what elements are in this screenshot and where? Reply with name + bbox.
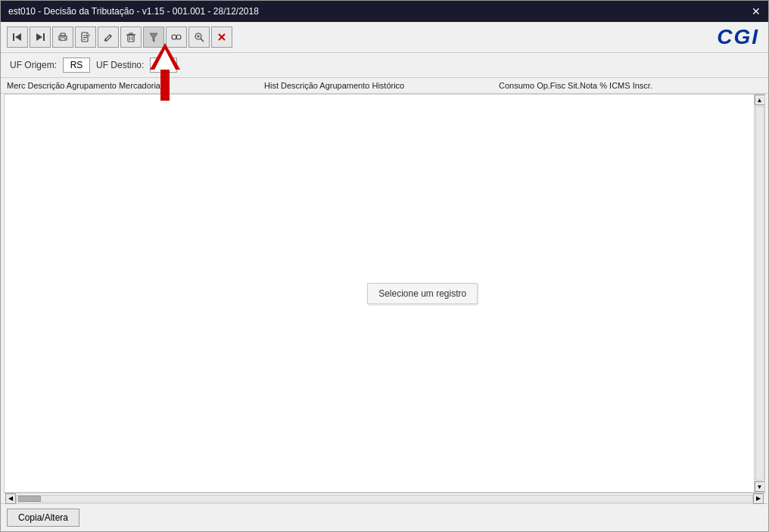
right-arrow-icon: ▶	[756, 495, 761, 502]
vertical-scrollbar[interactable]: ▲ ▼	[754, 95, 764, 492]
svg-point-21	[172, 35, 176, 39]
delete-button[interactable]	[120, 26, 142, 48]
left-arrow-icon: ◀	[8, 495, 13, 502]
scroll-left-button[interactable]: ◀	[5, 493, 16, 504]
scroll-up-button[interactable]: ▲	[755, 95, 765, 105]
last-icon	[35, 32, 45, 42]
col-merc-header: Merc Descrição Agrupamento Mercadoria	[7, 81, 264, 90]
uf-origem-input[interactable]	[63, 58, 90, 73]
col-hist-header: Hist Descrição Agrupamento Histórico	[264, 81, 499, 90]
title-bar: est010 - Decisão da Tributação - v1.15 -…	[1, 1, 768, 22]
footer: Copia/Altera	[1, 503, 768, 531]
print-icon	[58, 32, 68, 42]
svg-rect-2	[43, 33, 45, 41]
svg-marker-1	[15, 33, 21, 41]
cancel-icon	[216, 32, 227, 42]
svg-point-22	[176, 35, 181, 39]
cancel-button[interactable]	[211, 26, 232, 48]
filter-button[interactable]	[143, 26, 164, 48]
svg-line-25	[201, 39, 204, 42]
print-button[interactable]	[52, 26, 73, 48]
copia-altera-button[interactable]: Copia/Altera	[7, 509, 79, 527]
first-icon	[12, 32, 23, 42]
scroll-right-button[interactable]: ▶	[753, 493, 764, 504]
binoculars-icon	[171, 32, 182, 42]
cgi-logo: CGI	[717, 25, 759, 49]
uf-origem-label: UF Origem:	[10, 60, 57, 70]
horizontal-scroll-track[interactable]	[16, 495, 753, 502]
uf-destino-label: UF Destino:	[96, 60, 144, 70]
svg-marker-11	[87, 33, 90, 36]
edit-button[interactable]	[98, 26, 119, 48]
col-consumo-header: Consumo Op.Fisc Sit.Nota % ICMS Inscr.	[499, 81, 762, 90]
down-arrow-icon: ▼	[757, 484, 763, 490]
scroll-down-button[interactable]: ▼	[755, 481, 765, 492]
svg-marker-3	[36, 33, 42, 41]
svg-rect-15	[128, 35, 134, 42]
svg-line-12	[110, 35, 111, 36]
toolbar-wrapper: CGI	[1, 22, 768, 53]
delete-icon	[126, 32, 136, 42]
svg-rect-0	[13, 33, 14, 41]
window-close-button[interactable]: ✕	[752, 5, 761, 17]
horizontal-scroll-thumb[interactable]	[18, 496, 41, 502]
content-area: Selecione um registro	[5, 95, 764, 492]
new-icon	[80, 32, 91, 42]
last-record-button[interactable]	[30, 26, 51, 48]
column-header: Merc Descrição Agrupamento Mercadoria Hi…	[1, 78, 768, 94]
svg-rect-6	[61, 38, 65, 40]
content-with-scroll: Selecione um registro ▲ ▼	[4, 94, 765, 493]
horizontal-scrollbar[interactable]: ◀ ▶	[4, 493, 765, 503]
first-record-button[interactable]	[7, 26, 28, 48]
search-button[interactable]	[166, 26, 187, 48]
uf-destino-input[interactable]	[150, 58, 177, 73]
vertical-scroll-track[interactable]	[755, 106, 764, 481]
up-arrow-icon: ▲	[757, 97, 763, 104]
zoom-icon	[194, 32, 204, 42]
toolbar: CGI	[1, 22, 768, 53]
empty-message: Selecione um registro	[367, 283, 478, 304]
svg-rect-17	[129, 33, 132, 35]
window-title: est010 - Decisão da Tributação - v1.15 -…	[8, 6, 259, 17]
main-area: Selecione um registro ▲ ▼ ◀ ▶	[4, 94, 765, 503]
main-window: est010 - Decisão da Tributação - v1.15 -…	[0, 0, 769, 532]
edit-icon	[103, 32, 114, 42]
filter-icon	[148, 32, 159, 42]
new-button[interactable]	[75, 26, 96, 48]
zoom-button[interactable]	[188, 26, 210, 48]
filter-bar: UF Origem: UF Destino:	[1, 53, 768, 78]
svg-marker-20	[150, 33, 157, 42]
